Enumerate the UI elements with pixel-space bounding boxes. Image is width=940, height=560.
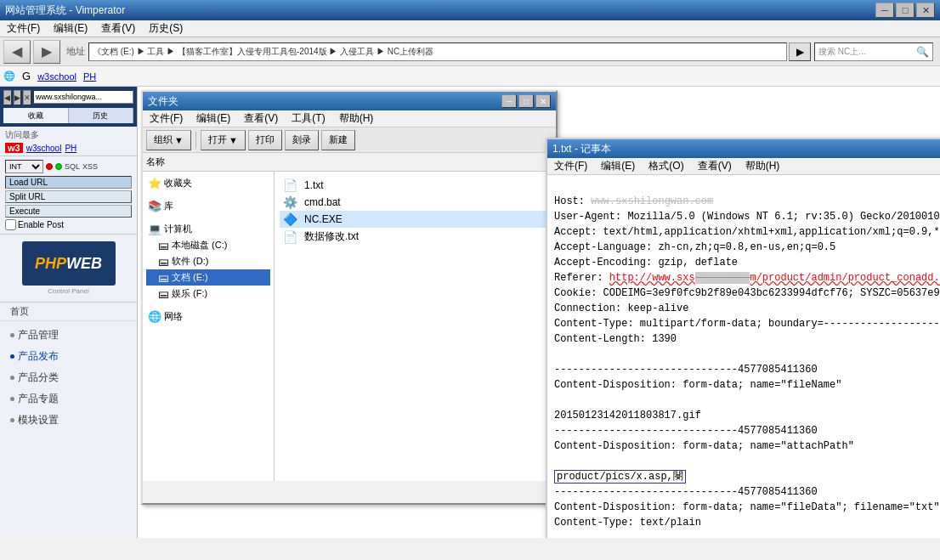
tree-item-favorites[interactable]: ⭐ 收藏夹	[146, 175, 270, 191]
np-line-filename: 20150123142011803817.gif	[554, 410, 701, 421]
fe-print-btn[interactable]: 打印	[248, 130, 282, 150]
status-dot-red	[46, 163, 53, 170]
sql-label: SQL	[65, 162, 80, 171]
fe-menu-view[interactable]: 查看(V)	[237, 110, 285, 127]
ie-toolbar: ◀ ▶ 地址 《文档 (E:) ▶ 工具 ▶ 【猫客工作室】入侵专用工具包-20…	[0, 37, 940, 66]
tree-item-f[interactable]: 🖴 娱乐 (F:)	[146, 286, 270, 302]
w3school-link[interactable]: w3school	[37, 71, 76, 82]
cms-forward-btn[interactable]: ▶	[14, 90, 22, 105]
fe-burn-btn[interactable]: 刻录	[285, 130, 319, 150]
fe-menu-tools[interactable]: 工具(T)	[285, 110, 331, 127]
fe-menu-file[interactable]: 文件(F)	[143, 110, 190, 127]
split-url-btn[interactable]: Split URL	[5, 190, 132, 203]
organize-label: 组织	[154, 133, 173, 146]
menu-module-settings[interactable]: 模块设置	[0, 410, 137, 431]
fe-restore-btn[interactable]: □	[518, 94, 534, 108]
execute-btn[interactable]: Execute	[5, 205, 132, 218]
restore-btn[interactable]: □	[896, 3, 915, 18]
np-line-referer: Referer: http://www.sxs─────────m/produc…	[554, 272, 940, 284]
fe-controls: ─ □ ✕	[501, 94, 551, 108]
file-nc-icon: 🔷	[283, 212, 297, 226]
favorites-label: 收藏夹	[164, 177, 192, 189]
fe-menu-help[interactable]: 帮助(H)	[332, 110, 381, 127]
search-icon[interactable]: 🔍	[916, 46, 929, 58]
tree-item-library[interactable]: 📚 库	[146, 198, 270, 214]
dot-product-mgmt	[10, 333, 14, 337]
menu-edit[interactable]: 编辑(E)	[47, 20, 94, 37]
back-btn[interactable]: ◀	[3, 40, 31, 64]
f-drive-label: 娱乐 (F:)	[172, 287, 207, 300]
cms-stop-btn[interactable]: ✕	[23, 90, 31, 105]
w3school-sidebar-link[interactable]: w3school	[26, 144, 62, 153]
np-menu-format[interactable]: 格式(O)	[642, 157, 690, 175]
cms-tab-favorites[interactable]: 收藏	[3, 108, 69, 123]
fe-title-bar: 文件夹 ─ □ ✕	[143, 92, 556, 110]
google-link[interactable]: G	[22, 70, 31, 82]
search-box[interactable]: 搜索 NC上... 🔍	[814, 42, 933, 61]
np-title-text: 1.txt - 记事本	[552, 142, 611, 156]
file-cmd[interactable]: ⚙️ cmd.bat	[280, 194, 551, 211]
network-label: 网络	[164, 310, 183, 323]
np-menu-help[interactable]: 帮助(H)	[739, 157, 787, 175]
tree-spacer2	[146, 214, 270, 221]
int-select[interactable]: INT	[5, 160, 43, 173]
file-data[interactable]: 📄 数据修改.txt	[280, 228, 551, 246]
np-line-ct: Content-Type: multipart/form-data; bound…	[554, 318, 940, 330]
status-dot-green	[55, 163, 62, 170]
ph-sidebar-link[interactable]: PH	[65, 144, 76, 153]
visit-label: 访问最多	[5, 129, 132, 141]
go-btn[interactable]: ▶	[789, 42, 811, 61]
cms-back-btn[interactable]: ◀	[3, 90, 12, 105]
tree-spacer	[146, 191, 270, 198]
tree-item-d[interactable]: 🖴 软件 (D:)	[146, 253, 270, 269]
np-line-cd2: Content-Disposition: form-data; name="at…	[554, 440, 854, 452]
fe-new-btn[interactable]: 新建	[321, 130, 355, 150]
cms-address-input[interactable]	[33, 90, 133, 104]
tree-item-e[interactable]: 🖴 文档 (E:)	[146, 269, 270, 286]
fe-minimize-btn[interactable]: ─	[501, 94, 517, 108]
menu-product-publish[interactable]: 产品发布	[0, 346, 137, 367]
window-controls: ─ □ ✕	[875, 3, 935, 18]
cms-browser-bar: ◀ ▶ ✕	[3, 90, 133, 105]
dot-product-topic	[10, 397, 14, 401]
w3school-badge[interactable]: w3	[5, 143, 23, 153]
np-menu-file[interactable]: 文件(F)	[547, 157, 594, 175]
menu-view[interactable]: 查看(V)	[94, 20, 142, 37]
breadcrumb-text: 《文档 (E:) ▶ 工具 ▶ 【猫客工作室】入侵专用工具包-2014版 ▶ 入…	[93, 46, 433, 58]
menu-file[interactable]: 文件(F)	[0, 20, 47, 37]
ie-menu-bar: 文件(F) 编辑(E) 查看(V) 历史(S)	[0, 20, 940, 37]
forward-btn[interactable]: ▶	[33, 40, 60, 64]
fe-organize-btn[interactable]: 组织 ▼	[146, 130, 191, 150]
fav-links-bar: 🌐 G w3school PH	[0, 66, 940, 87]
np-line-cd3: Content-Disposition: form-data; name="fi…	[554, 501, 940, 513]
breadcrumb-bar[interactable]: 《文档 (E:) ▶ 工具 ▶ 【猫客工作室】入侵专用工具包-2014版 ▶ 入…	[88, 42, 787, 61]
fe-close-btn[interactable]: ✕	[535, 94, 551, 108]
tree-item-computer[interactable]: 💻 计算机	[146, 221, 270, 237]
fe-nav-bar: 组织 ▼ 打开 ▼ 打印 刻录 新建	[143, 127, 556, 153]
load-url-btn[interactable]: Load URL	[5, 176, 132, 189]
enable-post-checkbox[interactable]	[5, 219, 16, 230]
menu-product-mgmt[interactable]: 产品管理	[0, 325, 137, 346]
tree-item-network[interactable]: 🌐 网络	[146, 308, 270, 325]
window-title: 网站管理系统 - Vimperator	[5, 3, 125, 18]
np-line-boundary3: ------------------------------4577085411…	[554, 486, 818, 498]
f-drive-icon: 🖴	[158, 287, 169, 300]
close-btn[interactable]: ✕	[916, 3, 935, 18]
fe-open-btn[interactable]: 打开 ▼	[201, 130, 246, 150]
cms-tools-section: INT SQL XSS Load URL Split URL Execute E…	[0, 156, 137, 235]
cms-sidebar: ◀ ▶ ✕ 收藏 历史 访问最多 w3 w3school PH	[0, 87, 138, 538]
file-1txt[interactable]: 📄 1.txt	[280, 177, 551, 194]
menu-product-topic[interactable]: 产品专题	[0, 388, 137, 410]
home-link[interactable]: 首页	[0, 303, 137, 321]
np-menu-view[interactable]: 查看(V)	[691, 157, 739, 175]
np-menu-edit[interactable]: 编辑(E)	[594, 157, 642, 175]
cms-tab-history[interactable]: 历史	[69, 108, 134, 123]
menu-product-category[interactable]: 产品分类	[0, 367, 137, 388]
ph-link[interactable]: PH	[83, 71, 96, 82]
fe-menu-edit[interactable]: 编辑(E)	[190, 110, 237, 127]
file-nc[interactable]: 🔷 NC.EXE	[280, 211, 551, 228]
menu-history[interactable]: 历史(S)	[142, 20, 190, 37]
tree-item-c[interactable]: 🖴 本地磁盘 (C:)	[146, 237, 270, 253]
minimize-btn[interactable]: ─	[875, 3, 894, 18]
np-line-accept: Accept: text/html,application/xhtml+xml,…	[554, 226, 940, 238]
